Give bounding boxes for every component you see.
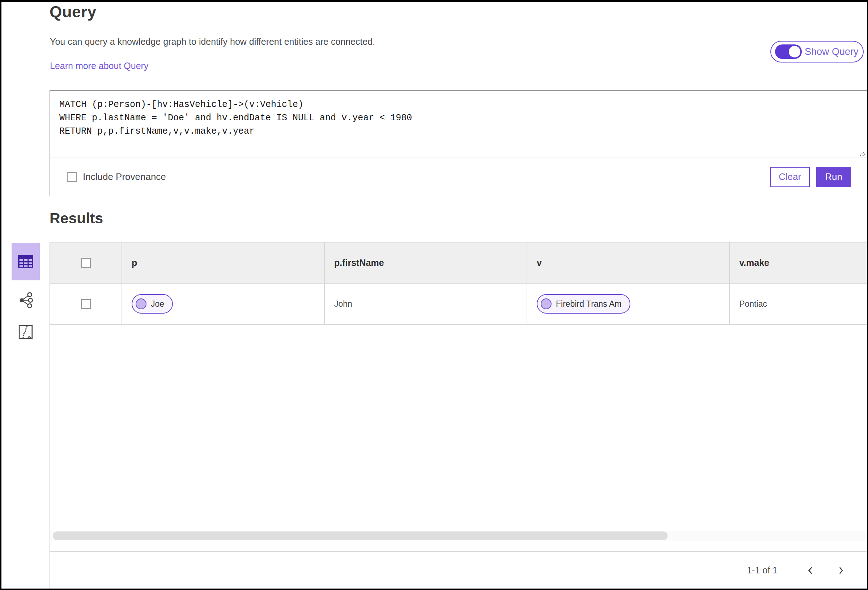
- entity-chip-person[interactable]: Joe: [131, 294, 173, 313]
- cell-p-firstname: John: [334, 299, 352, 309]
- learn-more-link[interactable]: Learn more about Query: [50, 61, 148, 71]
- results-footer: 1-1 of 1: [50, 551, 867, 589]
- results-heading: Results: [50, 210, 103, 227]
- horizontal-scrollbar-thumb[interactable]: [53, 531, 668, 540]
- chevron-right-icon: [836, 566, 846, 575]
- knowledge-graph-query-page: Query You can query a knowledge graph to…: [0, 0, 868, 590]
- run-button[interactable]: Run: [816, 167, 851, 187]
- textarea-resize-handle-icon[interactable]: [858, 149, 866, 157]
- show-query-label: Show Query: [805, 46, 859, 57]
- include-provenance-checkbox[interactable]: [67, 172, 77, 182]
- row-checkbox[interactable]: [81, 299, 91, 309]
- next-page-button[interactable]: [833, 563, 849, 578]
- pagination-range: 1-1 of 1: [747, 565, 778, 575]
- column-header-p: p: [131, 257, 137, 268]
- table-icon: [18, 255, 33, 268]
- toggle-switch-icon: [775, 44, 802, 59]
- entity-dot-icon: [136, 299, 146, 309]
- page-title: Query: [50, 3, 97, 21]
- page-description: You can query a knowledge graph to ident…: [50, 37, 375, 47]
- column-header-v: v: [537, 257, 542, 268]
- clear-button[interactable]: Clear: [770, 167, 810, 187]
- horizontal-scrollbar-track[interactable]: [50, 531, 867, 541]
- query-editor-panel: MATCH (p:Person)-[hv:HasVehicle]->(v:Veh…: [50, 90, 868, 196]
- entity-chip-vehicle[interactable]: Firebird Trans Am: [537, 294, 630, 313]
- show-query-toggle[interactable]: Show Query: [771, 41, 864, 62]
- previous-page-button[interactable]: [803, 563, 818, 578]
- results-panel: p p.firstName v v.make Joe John Fire: [50, 242, 868, 589]
- include-provenance-label: Include Provenance: [83, 171, 166, 182]
- chevron-left-icon: [806, 566, 815, 575]
- entity-dot-icon: [541, 299, 552, 309]
- column-header-v-make: v.make: [739, 257, 769, 268]
- query-footer: Include Provenance Clear Run: [50, 158, 867, 196]
- map-icon: [18, 325, 33, 339]
- link-chart-view-tab[interactable]: [12, 288, 40, 312]
- results-view-rail: [12, 243, 40, 344]
- link-chart-icon: [18, 292, 33, 308]
- column-header-p-firstname: p.firstName: [334, 257, 384, 268]
- table-view-tab[interactable]: [12, 243, 40, 280]
- table-row: Joe John Firebird Trans Am Pontiac: [50, 284, 868, 325]
- table-header-row: p p.firstName v v.make: [50, 243, 868, 284]
- query-code-input[interactable]: MATCH (p:Person)-[hv:HasVehicle]->(v:Veh…: [50, 91, 867, 157]
- select-all-checkbox[interactable]: [81, 258, 91, 268]
- map-view-tab[interactable]: [12, 320, 40, 344]
- cell-v-make: Pontiac: [739, 299, 767, 309]
